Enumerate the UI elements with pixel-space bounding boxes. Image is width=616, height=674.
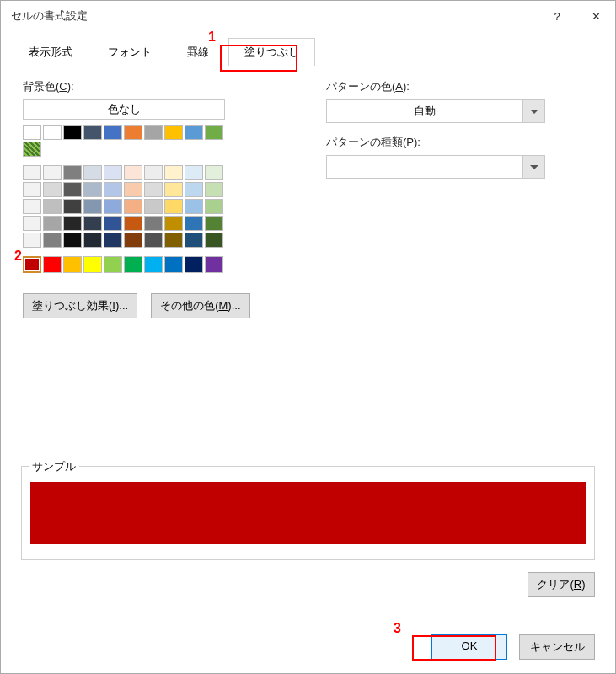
color-swatch[interactable] bbox=[83, 199, 102, 214]
btn-part: )... bbox=[115, 299, 128, 312]
color-swatch[interactable] bbox=[124, 233, 142, 248]
no-color-button[interactable]: 色なし bbox=[23, 99, 225, 120]
pattern-color-value: 自動 bbox=[327, 100, 522, 122]
color-swatch[interactable] bbox=[164, 199, 183, 214]
color-swatch[interactable] bbox=[185, 199, 203, 214]
color-swatch[interactable] bbox=[205, 256, 223, 273]
color-swatch[interactable] bbox=[205, 125, 223, 140]
color-swatch[interactable] bbox=[185, 256, 203, 273]
color-swatch[interactable] bbox=[83, 233, 102, 248]
color-swatch[interactable] bbox=[164, 216, 183, 231]
color-swatch[interactable] bbox=[63, 125, 82, 140]
color-palette bbox=[23, 125, 292, 273]
color-swatch[interactable] bbox=[144, 216, 163, 231]
close-button[interactable]: ✕ bbox=[576, 3, 615, 29]
color-swatch[interactable] bbox=[124, 165, 142, 180]
ok-button[interactable]: OK bbox=[431, 634, 507, 660]
color-swatch[interactable] bbox=[83, 216, 102, 231]
color-swatch[interactable] bbox=[23, 165, 41, 180]
color-swatch[interactable] bbox=[104, 165, 122, 180]
lbl-accel: A bbox=[395, 80, 403, 93]
color-swatch[interactable] bbox=[205, 199, 223, 214]
color-swatch[interactable] bbox=[43, 216, 62, 231]
lbl-part: ): bbox=[67, 80, 74, 93]
color-swatch[interactable] bbox=[43, 256, 62, 273]
color-swatch[interactable] bbox=[23, 125, 41, 140]
color-swatch[interactable] bbox=[43, 199, 62, 214]
tab-border[interactable]: 罫線 bbox=[171, 38, 225, 66]
color-swatch[interactable] bbox=[144, 256, 163, 273]
color-swatch[interactable] bbox=[164, 165, 183, 180]
color-swatch[interactable] bbox=[43, 233, 62, 248]
color-swatch[interactable] bbox=[23, 216, 41, 231]
theme-colors-grid bbox=[23, 165, 292, 248]
titlebar: セルの書式設定 ? ✕ bbox=[1, 1, 615, 31]
color-swatch[interactable] bbox=[164, 125, 183, 140]
color-swatch[interactable] bbox=[43, 125, 62, 140]
color-swatch[interactable] bbox=[124, 199, 142, 214]
color-swatch[interactable] bbox=[63, 233, 82, 248]
color-swatch[interactable] bbox=[144, 165, 163, 180]
tab-fill[interactable]: 塗りつぶし bbox=[228, 38, 315, 66]
color-swatch[interactable] bbox=[63, 199, 82, 214]
color-swatch[interactable] bbox=[104, 216, 122, 231]
tab-number-format[interactable]: 表示形式 bbox=[13, 38, 88, 66]
color-swatch[interactable] bbox=[23, 233, 41, 248]
color-swatch[interactable] bbox=[144, 233, 163, 248]
color-swatch[interactable] bbox=[23, 142, 41, 157]
annotation-2: 2 bbox=[14, 249, 22, 264]
color-swatch[interactable] bbox=[205, 165, 223, 180]
color-swatch[interactable] bbox=[124, 125, 142, 140]
color-swatch[interactable] bbox=[205, 182, 223, 197]
color-swatch[interactable] bbox=[104, 182, 122, 197]
color-swatch[interactable] bbox=[144, 182, 163, 197]
dropdown-button[interactable] bbox=[522, 156, 544, 178]
color-swatch[interactable] bbox=[63, 165, 82, 180]
color-swatch[interactable] bbox=[43, 165, 62, 180]
help-button[interactable]: ? bbox=[538, 3, 576, 29]
annotation-3: 3 bbox=[394, 621, 401, 636]
color-swatch[interactable] bbox=[23, 256, 41, 273]
color-swatch[interactable] bbox=[83, 182, 102, 197]
color-swatch[interactable] bbox=[104, 233, 122, 248]
cancel-button[interactable]: キャンセル bbox=[519, 634, 595, 660]
color-swatch[interactable] bbox=[144, 125, 163, 140]
color-swatch[interactable] bbox=[185, 125, 203, 140]
color-swatch[interactable] bbox=[164, 182, 183, 197]
color-swatch[interactable] bbox=[104, 256, 122, 273]
color-swatch[interactable] bbox=[63, 256, 82, 273]
color-swatch[interactable] bbox=[63, 182, 82, 197]
color-swatch[interactable] bbox=[164, 256, 183, 273]
tab-font[interactable]: フォント bbox=[92, 38, 168, 66]
color-swatch[interactable] bbox=[185, 182, 203, 197]
color-swatch[interactable] bbox=[185, 165, 203, 180]
btn-part: クリア( bbox=[537, 578, 573, 591]
content-area: 背景色(C): 色なし 塗りつぶし効果(I)... その他の色(M)... パタ… bbox=[1, 67, 615, 318]
fill-effects-button[interactable]: 塗りつぶし効果(I)... bbox=[23, 293, 137, 318]
color-swatch[interactable] bbox=[185, 233, 203, 248]
color-swatch[interactable] bbox=[144, 199, 163, 214]
more-colors-button[interactable]: その他の色(M)... bbox=[151, 293, 249, 318]
color-swatch[interactable] bbox=[23, 199, 41, 214]
pattern-color-combo[interactable]: 自動 bbox=[326, 99, 545, 123]
color-swatch[interactable] bbox=[43, 182, 62, 197]
tab-label: 罫線 bbox=[187, 45, 209, 58]
color-swatch[interactable] bbox=[185, 216, 203, 231]
color-swatch[interactable] bbox=[104, 199, 122, 214]
dropdown-button[interactable] bbox=[522, 100, 544, 122]
color-swatch[interactable] bbox=[205, 233, 223, 248]
color-swatch[interactable] bbox=[23, 182, 41, 197]
color-swatch[interactable] bbox=[124, 216, 142, 231]
color-swatch[interactable] bbox=[205, 216, 223, 231]
btn-part: その他の色( bbox=[160, 299, 218, 312]
color-swatch[interactable] bbox=[124, 182, 142, 197]
clear-button[interactable]: クリア(R) bbox=[528, 572, 595, 597]
pattern-type-combo[interactable] bbox=[326, 155, 545, 179]
color-swatch[interactable] bbox=[83, 165, 102, 180]
color-swatch[interactable] bbox=[83, 125, 102, 140]
color-swatch[interactable] bbox=[63, 216, 82, 231]
color-swatch[interactable] bbox=[124, 256, 142, 273]
color-swatch[interactable] bbox=[164, 233, 183, 248]
color-swatch[interactable] bbox=[104, 125, 122, 140]
color-swatch[interactable] bbox=[83, 256, 102, 273]
